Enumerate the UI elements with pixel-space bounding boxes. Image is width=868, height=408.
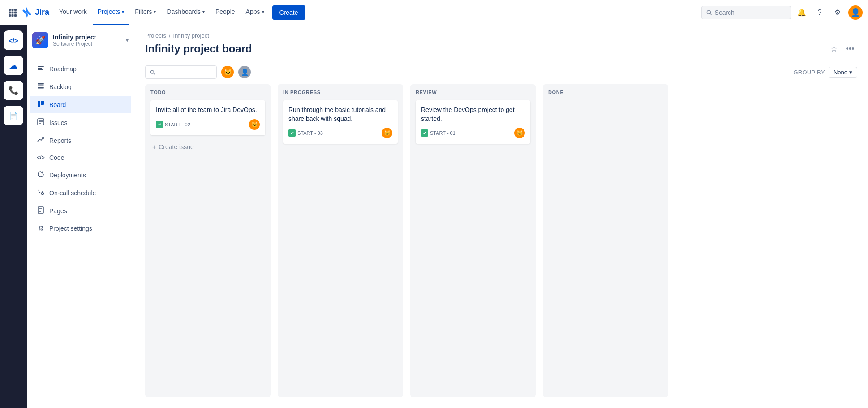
jira-logo[interactable]: Jira <box>21 7 49 18</box>
reports-label: Reports <box>49 137 71 144</box>
svg-point-29 <box>150 70 154 73</box>
project-name: Infinity project <box>53 34 121 41</box>
svg-rect-4 <box>12 11 14 13</box>
sidebar-item-roadmap[interactable]: Roadmap <box>30 60 131 77</box>
svg-rect-16 <box>38 87 44 89</box>
svg-rect-14 <box>38 83 44 85</box>
settings-icon[interactable]: ⚙ <box>830 5 845 20</box>
todo-header: TODO <box>150 90 265 95</box>
board-label: Board <box>49 101 66 108</box>
sidebar-item-board[interactable]: Board <box>30 96 131 113</box>
user-avatar[interactable]: 👤 <box>848 5 863 20</box>
breadcrumb-project[interactable]: Infinity project <box>173 32 209 39</box>
card-todo-1[interactable]: Invite all of the team to Jira DevOps. S… <box>150 100 265 135</box>
star-button[interactable]: ☆ <box>827 42 841 56</box>
breadcrumb-projects[interactable]: Projects <box>145 32 166 39</box>
svg-rect-6 <box>9 14 11 17</box>
inprogress-header: IN PROGRESS <box>283 90 398 95</box>
svg-rect-17 <box>38 101 40 107</box>
apps-chevron: ▾ <box>262 9 264 14</box>
search-box[interactable] <box>701 6 791 19</box>
card-avatar-todo: 🐱 <box>249 119 260 130</box>
sidebar-item-project-settings[interactable]: ⚙ Project settings <box>30 220 131 237</box>
pages-label: Pages <box>49 207 67 215</box>
topnav: Jira Your work Projects ▾ Filters ▾ Dash… <box>0 0 868 25</box>
sidebar-item-deployments[interactable]: Deployments <box>30 166 131 184</box>
card-tag-icon <box>156 121 163 128</box>
projects-chevron: ▾ <box>122 9 124 14</box>
card-inprogress-1[interactable]: Run through the basic tutorials and shar… <box>283 100 398 144</box>
sidebar-item-backlog[interactable]: Backlog <box>30 78 131 95</box>
oncall-icon <box>37 189 45 197</box>
card-review-1[interactable]: Review the DevOps project to get started… <box>416 100 530 144</box>
board-search-icon <box>150 69 155 75</box>
reports-icon <box>37 136 45 145</box>
search-input[interactable] <box>715 9 786 16</box>
svg-rect-7 <box>12 14 14 17</box>
svg-rect-11 <box>38 66 44 67</box>
board-search-input[interactable] <box>158 69 212 76</box>
done-column: DONE <box>543 84 668 397</box>
review-column: REVIEW Review the DevOps project to get … <box>410 84 536 397</box>
svg-rect-8 <box>14 14 17 17</box>
phone-panel-icon[interactable]: 📞 <box>4 81 23 100</box>
pages-icon <box>37 206 45 215</box>
svg-line-30 <box>153 73 155 74</box>
svg-rect-2 <box>14 9 17 11</box>
svg-rect-13 <box>38 69 43 70</box>
main-layout: </> ☁ 📞 📄 🚀 Infinity project Software Pr… <box>0 25 868 408</box>
create-issue-button[interactable]: + Create issue <box>150 141 265 153</box>
people-nav[interactable]: People <box>211 0 240 25</box>
sidebar-item-oncall[interactable]: On-call schedule <box>30 184 131 202</box>
your-work-nav[interactable]: Your work <box>55 0 91 25</box>
card-text: Review the DevOps project to get started… <box>421 106 525 123</box>
avatar-gray[interactable]: 👤 <box>238 66 251 78</box>
code-panel-icon[interactable]: </> <box>4 30 23 50</box>
projects-nav[interactable]: Projects ▾ <box>93 0 129 25</box>
todo-column: TODO Invite all of the team to Jira DevO… <box>145 84 271 397</box>
svg-line-10 <box>710 13 712 15</box>
sidebar-item-reports[interactable]: Reports <box>30 132 131 149</box>
grid-icon[interactable] <box>5 5 20 20</box>
dashboards-chevron: ▾ <box>202 9 205 14</box>
notifications-icon[interactable]: 🔔 <box>795 5 809 20</box>
group-by-value: None <box>834 69 847 76</box>
more-options-button[interactable]: ••• <box>843 42 857 56</box>
main-header: Projects / Infinity project Infinity pro… <box>134 25 868 60</box>
board-search[interactable] <box>145 65 217 79</box>
breadcrumb: Projects / Infinity project <box>145 32 857 39</box>
help-icon[interactable]: ? <box>812 5 827 20</box>
project-selector[interactable]: 🚀 Infinity project Software Project ▾ <box>27 25 134 56</box>
sidebar-item-pages[interactable]: Pages <box>30 202 131 219</box>
apps-nav[interactable]: Apps ▾ <box>241 0 269 25</box>
inprogress-column: IN PROGRESS Run through the basic tutori… <box>278 84 403 397</box>
issues-icon <box>37 118 45 127</box>
project-chevron: ▾ <box>126 37 129 43</box>
card-tag-text: START - 01 <box>430 130 455 136</box>
deployments-label: Deployments <box>49 172 86 179</box>
done-header: DONE <box>548 90 663 95</box>
project-settings-icon: ⚙ <box>37 224 45 232</box>
filters-nav[interactable]: Filters ▾ <box>130 0 160 25</box>
project-type: Software Project <box>53 41 121 47</box>
board-container: TODO Invite all of the team to Jira DevO… <box>134 84 868 408</box>
upload-panel-icon[interactable]: ☁ <box>4 56 23 75</box>
card-avatar-inprogress: 🐱 <box>382 128 392 138</box>
card-tag-icon <box>421 129 428 137</box>
backlog-label: Backlog <box>49 83 72 90</box>
group-by-select[interactable]: None ▾ <box>829 67 857 78</box>
sidebar-item-code[interactable]: </> Code <box>30 150 131 166</box>
board-icon <box>37 100 45 109</box>
dashboards-nav[interactable]: Dashboards ▾ <box>162 0 209 25</box>
doc-panel-icon[interactable]: 📄 <box>4 106 23 125</box>
roadmap-icon <box>37 64 45 73</box>
create-issue-label: Create issue <box>159 143 194 150</box>
page-title: Infinity project board <box>145 43 252 55</box>
deployments-icon <box>37 171 45 179</box>
create-button[interactable]: Create <box>272 5 305 20</box>
sidebar-item-issues[interactable]: Issues <box>30 114 131 131</box>
project-icon: 🚀 <box>32 32 48 48</box>
avatar-orange[interactable]: 🐱 <box>221 66 234 78</box>
svg-point-23 <box>42 193 44 195</box>
card-avatar-review: 🐱 <box>514 128 525 138</box>
